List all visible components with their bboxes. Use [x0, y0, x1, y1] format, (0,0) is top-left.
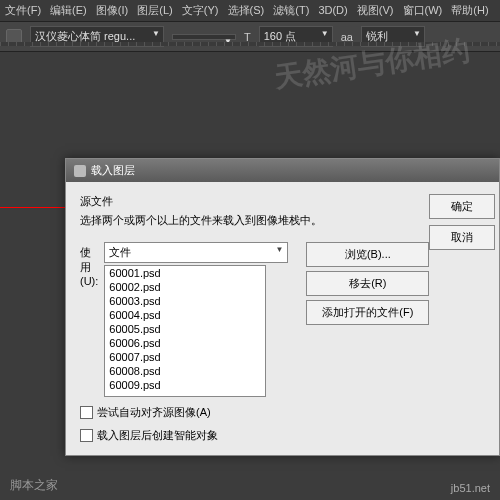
load-layers-dialog: 载入图层 源文件 选择两个或两个以上的文件来载入到图像堆栈中。 使用(U): 文… — [65, 158, 500, 456]
list-item[interactable]: 60002.psd — [105, 280, 265, 294]
dialog-icon — [74, 165, 86, 177]
ok-button[interactable]: 确定 — [429, 194, 495, 219]
font-style-dropdown[interactable] — [172, 34, 236, 40]
menu-select[interactable]: 选择(S) — [228, 4, 265, 16]
aa-label: aa — [341, 31, 353, 43]
menu-layer[interactable]: 图层(L) — [137, 4, 172, 16]
menu-window[interactable]: 窗口(W) — [403, 4, 443, 16]
smart-object-checkbox[interactable] — [80, 429, 93, 442]
file-listbox[interactable]: 60001.psd60002.psd60003.psd60004.psd6000… — [104, 265, 266, 397]
list-item[interactable]: 60009.psd — [105, 378, 265, 392]
section-description: 选择两个或两个以上的文件来载入到图像堆栈中。 — [80, 213, 429, 228]
use-label: 使用(U): — [80, 242, 98, 287]
menu-image[interactable]: 图像(I) — [96, 4, 128, 16]
add-open-files-button[interactable]: 添加打开的文件(F) — [306, 300, 429, 325]
font-size-icon: T — [244, 31, 251, 43]
list-item[interactable]: 60007.psd — [105, 350, 265, 364]
menu-edit[interactable]: 编辑(E) — [50, 4, 87, 16]
menu-bar: 文件(F) 编辑(E) 图像(I) 图层(L) 文字(Y) 选择(S) 滤镜(T… — [0, 0, 500, 22]
menu-3d[interactable]: 3D(D) — [318, 4, 347, 16]
dialog-titlebar[interactable]: 载入图层 — [66, 159, 499, 182]
use-dropdown[interactable]: 文件 — [104, 242, 288, 263]
cancel-button[interactable]: 取消 — [429, 225, 495, 250]
menu-type[interactable]: 文字(Y) — [182, 4, 219, 16]
footer-right: jb51.net — [451, 482, 490, 494]
section-heading: 源文件 — [80, 194, 429, 209]
auto-align-checkbox[interactable] — [80, 406, 93, 419]
auto-align-label: 尝试自动对齐源图像(A) — [97, 405, 211, 420]
menu-view[interactable]: 视图(V) — [357, 4, 394, 16]
list-item[interactable]: 60008.psd — [105, 364, 265, 378]
ruler — [0, 42, 500, 46]
options-bar: 汉仪菱心体简 regu... T 160 点 aa 锐利 — [0, 22, 500, 52]
list-item[interactable]: 60006.psd — [105, 336, 265, 350]
list-item[interactable]: 60004.psd — [105, 308, 265, 322]
menu-filter[interactable]: 滤镜(T) — [273, 4, 309, 16]
browse-button[interactable]: 浏览(B)... — [306, 242, 429, 267]
dialog-title: 载入图层 — [91, 163, 135, 178]
smart-object-label: 载入图层后创建智能对象 — [97, 428, 218, 443]
menu-file[interactable]: 文件(F) — [5, 4, 41, 16]
menu-help[interactable]: 帮助(H) — [451, 4, 488, 16]
remove-button[interactable]: 移去(R) — [306, 271, 429, 296]
list-item[interactable]: 60005.psd — [105, 322, 265, 336]
list-item[interactable]: 60003.psd — [105, 294, 265, 308]
list-item[interactable]: 60001.psd — [105, 266, 265, 280]
footer-left: 脚本之家 — [10, 477, 58, 494]
